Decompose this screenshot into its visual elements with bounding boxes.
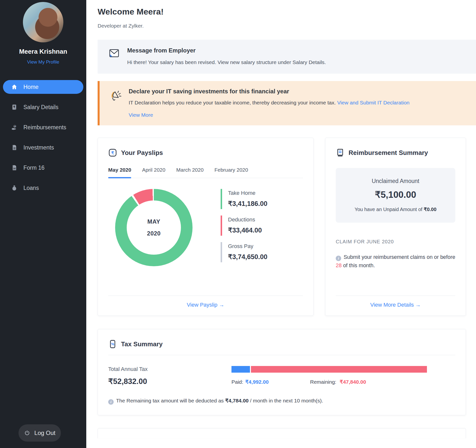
employer-message-banner: Message from Employer Hi there! Your sal… xyxy=(98,40,476,74)
payslips-title: Your Payslips xyxy=(121,149,163,157)
reimbursements-icon: ₹ xyxy=(11,124,18,131)
tax-summary-title: Tax Summary xyxy=(121,340,163,348)
reimbursement-summary-card: Reimbursement Summary Unclaimed Amount ₹… xyxy=(325,138,466,316)
donut-center-year: 2020 xyxy=(147,230,160,237)
view-profile-link[interactable]: View My Profile xyxy=(27,59,59,65)
paid-value: ₹4,992.00 xyxy=(245,379,269,385)
divider xyxy=(336,296,455,296)
total-annual-tax-value: ₹52,832.00 xyxy=(108,377,231,386)
tax-deduction-note: iThe Remaining tax amount will be deduct… xyxy=(108,398,455,405)
sidebar-item-label: Salary Details xyxy=(23,104,58,111)
unclaimed-amount-box: Unclaimed Amount ₹5,100.00 You have an U… xyxy=(336,168,455,223)
arrow-right-icon: → xyxy=(415,302,421,308)
tab-march-2020[interactable]: March 2020 xyxy=(176,167,204,178)
logout-button[interactable]: Log Out xyxy=(18,424,61,442)
info-icon: i xyxy=(108,399,114,405)
legend-deductions: Deductions ₹33,464.00 xyxy=(221,216,267,236)
sidebar-item-loans[interactable]: Loans xyxy=(3,181,83,195)
salary-details-icon: ₹ xyxy=(11,104,18,110)
arrow-right-icon: → xyxy=(219,302,224,308)
claim-deadline-note: iSubmit your reimbursement claims on or … xyxy=(336,253,455,270)
tax-bar-remaining-segment xyxy=(251,366,427,373)
sidebar-item-label: Home xyxy=(23,84,38,90)
sidebar-item-salary-details[interactable]: ₹ Salary Details xyxy=(3,100,83,114)
total-annual-tax-label: Total Annual Tax xyxy=(108,366,231,372)
svg-text:16: 16 xyxy=(13,167,16,170)
page-title: Welcome Meera! xyxy=(98,7,476,17)
sidebar-item-label: Investments xyxy=(23,144,54,151)
sidebar-item-home[interactable]: Home xyxy=(3,80,83,94)
tax-bar-paid-segment xyxy=(231,366,250,373)
home-icon xyxy=(11,84,18,90)
page-subtitle: Developer at Zylker. xyxy=(98,23,476,29)
unclaimed-value: ₹5,100.00 xyxy=(375,189,416,200)
it-declaration-link[interactable]: View and Submit IT Declaration xyxy=(337,100,409,105)
tab-april-2020[interactable]: April 2020 xyxy=(142,167,165,178)
unclaimed-label: Unclaimed Amount xyxy=(372,178,419,184)
payslip-donut: MAY 2020 xyxy=(115,189,193,266)
main-content: Welcome Meera! Developer at Zylker. Mess… xyxy=(86,0,476,448)
next-card-top-edge xyxy=(98,428,466,438)
divider xyxy=(108,355,455,355)
sidebar-item-label: Form 16 xyxy=(23,165,45,171)
sidebar-nav: Home ₹ Salary Details ₹ Reimbursements I… xyxy=(0,80,86,201)
sidebar-item-investments[interactable]: Investments xyxy=(3,141,83,154)
tab-february-2020[interactable]: February 2020 xyxy=(214,167,248,178)
unpaid-amount-line: You have an Unpaid Amount of ₹0.00 xyxy=(354,206,436,212)
tax-summary-card: % Tax Summary Total Annual Tax ₹52,832.0… xyxy=(98,329,466,415)
document-icon xyxy=(336,148,345,157)
sidebar-item-label: Reimbursements xyxy=(23,124,66,131)
profile-name: Meera Krishnan xyxy=(19,48,67,55)
remaining-label: Remaining: xyxy=(310,379,336,385)
loans-icon xyxy=(11,185,18,191)
claim-deadline-day: 28 xyxy=(336,263,342,268)
remaining-value: ₹47,840.00 xyxy=(340,379,366,385)
monthly-deduction-amount: ₹4,784.00 xyxy=(225,398,248,403)
divider xyxy=(108,296,303,296)
sidebar-item-label: Loans xyxy=(23,185,39,191)
payslip-donut-center: MAY 2020 xyxy=(127,200,181,255)
investments-icon xyxy=(11,144,18,151)
svg-text:₹: ₹ xyxy=(111,151,114,155)
view-more-details-link[interactable]: View More Details → xyxy=(370,302,421,308)
legend-take-home: Take Home ₹3,41,186.00 xyxy=(221,189,267,209)
logout-label: Log Out xyxy=(34,430,55,436)
form-16-icon: 16 xyxy=(11,165,18,171)
avatar xyxy=(23,2,63,42)
payslip-legend: Take Home ₹3,41,186.00 Deductions ₹33,46… xyxy=(221,189,267,266)
payslips-card: ₹ Your Payslips May 2020 April 2020 Marc… xyxy=(98,138,314,316)
sidebar-item-reimbursements[interactable]: ₹ Reimbursements xyxy=(3,120,83,134)
tab-may-2020[interactable]: May 2020 xyxy=(108,167,131,178)
donut-center-month: MAY xyxy=(147,218,160,225)
svg-text:%: % xyxy=(111,342,114,346)
it-alert-title: Declare your IT saving investments for t… xyxy=(129,88,409,95)
tax-progress-bar xyxy=(231,366,427,373)
svg-text:₹: ₹ xyxy=(14,125,16,128)
sidebar-item-form-16[interactable]: 16 Form 16 xyxy=(3,161,83,175)
view-payslip-link[interactable]: View Payslip → xyxy=(187,302,224,308)
reimbursement-title: Reimbursement Summary xyxy=(349,149,428,157)
envelope-icon xyxy=(108,48,120,65)
unpaid-value: ₹0.00 xyxy=(424,207,437,212)
claim-month-heading: CLAIM FOR JUNE 2020 xyxy=(336,239,455,245)
it-declaration-alert: Declare your IT saving investments for t… xyxy=(98,81,476,125)
info-icon: i xyxy=(336,256,341,261)
employer-message-body: Hi there! Your salary has been revised. … xyxy=(127,59,326,65)
view-more-link[interactable]: View More xyxy=(129,112,153,118)
legend-gross-pay: Gross Pay ₹3,74,650.00 xyxy=(221,242,267,262)
employer-message-title: Message from Employer xyxy=(127,47,326,54)
rupee-square-icon: ₹ xyxy=(108,148,117,157)
it-alert-body-text: IT Declaration helps you reduce your tax… xyxy=(129,100,337,105)
payslip-month-tabs: May 2020 April 2020 March 2020 February … xyxy=(108,167,303,178)
paid-label: Paid: xyxy=(231,379,243,385)
megaphone-icon xyxy=(108,89,122,118)
sidebar: Meera Krishnan View My Profile Home ₹ Sa… xyxy=(0,0,86,448)
tax-percent-icon: % xyxy=(108,340,117,348)
it-alert-body: IT Declaration helps you reduce your tax… xyxy=(129,100,409,106)
svg-text:₹: ₹ xyxy=(13,105,16,109)
power-icon xyxy=(24,430,30,436)
